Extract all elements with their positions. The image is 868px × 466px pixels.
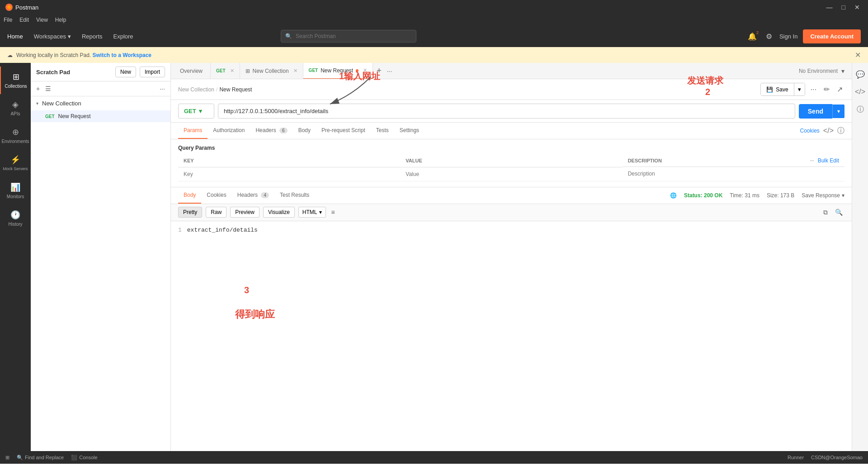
banner-cloud-icon: ☁ [7,52,13,58]
menu-view[interactable]: View [36,17,48,23]
save-response-btn[interactable]: Save Response ▾ [802,192,844,199]
format-preview-btn[interactable]: Preview [230,207,259,218]
maximize-btn[interactable]: □ [839,3,848,12]
info-btn[interactable]: ⓘ [837,126,844,136]
env-dropdown-btn[interactable]: ▾ [841,67,844,75]
create-account-btn[interactable]: Create Account [803,29,861,43]
menu-help[interactable]: Help [55,17,66,23]
bulk-edit-btn[interactable]: Bulk Edit [818,157,839,164]
sidebar-item-environments[interactable]: ⊕ Environments [0,122,31,149]
sign-in-btn[interactable]: Sign In [779,33,797,40]
add-collection-btn[interactable]: + [34,83,42,94]
req-tab-authorization[interactable]: Authorization [208,123,250,139]
copy-resp-btn[interactable]: ⧉ [821,207,830,218]
sidebar-panel: Scratch Pad New Import + ☰ ··· ▾ New Col… [31,63,171,451]
req-tab-settings[interactable]: Settings [394,123,425,139]
code-gen-btn[interactable]: </> [853,84,867,100]
new-btn[interactable]: New [115,67,136,77]
find-replace-btn[interactable]: 🔍 Find and Replace [17,455,64,461]
close-btn[interactable]: ✕ [852,3,863,12]
resp-tab-headers[interactable]: Headers 4 [232,187,274,204]
save-btn[interactable]: 💾 Save [761,84,793,95]
send-btn[interactable]: Send [799,104,832,119]
menu-bar: File Edit View Help [0,14,868,25]
info-sidebar-btn[interactable]: ⓘ [855,101,866,118]
edit-btn[interactable]: ✏ [822,83,831,95]
more-options-btn2[interactable]: ··· [809,84,818,95]
import-btn[interactable]: Import [140,67,165,77]
req-tab-params[interactable]: Params [178,123,208,139]
value-input[interactable] [406,171,617,177]
req-tab-pre-request[interactable]: Pre-request Script [316,123,371,139]
sidebar-item-mock-servers[interactable]: ⚡ Mock Servers [0,149,31,177]
more-options-btn[interactable]: ··· [158,83,167,94]
nav-home[interactable]: Home [7,31,23,42]
tab-req-close[interactable]: ✕ [363,67,367,73]
sidebar-item-collections[interactable]: ⊞ Collections [0,67,31,94]
cookies-link[interactable]: Cookies [800,128,820,134]
filter-btn[interactable]: ☰ [43,83,53,94]
resp-status-bar: 🌐 Status: 200 OK Time: 31 ms Size: 173 B… [670,192,844,199]
code-btn[interactable]: </> [823,127,834,135]
tab-overview[interactable]: Overview [175,63,211,79]
params-section-title: Query Params [178,145,844,151]
send-dropdown-btn[interactable]: ▾ [832,105,844,118]
apis-icon: ◈ [12,100,19,109]
tab-get[interactable]: GET ✕ [211,63,240,79]
save-dropdown-btn[interactable]: ▾ [794,83,805,95]
runner-btn[interactable]: Runner [788,455,804,460]
param-row [178,167,844,181]
minimize-btn[interactable]: — [824,3,835,12]
headers-badge: 6 [279,128,288,133]
params-table: KEY VALUE DESCRIPTION ··· Bulk Edit [178,155,844,181]
format-pretty-btn[interactable]: Pretty [178,207,202,218]
window-controls[interactable]: — □ ✕ [824,3,863,12]
resp-tab-body[interactable]: Body [178,187,201,204]
tab-get-close[interactable]: ✕ [230,68,234,74]
banner-close-btn[interactable]: ✕ [855,51,861,59]
sidebar-label-monitors: Monitors [7,194,24,199]
req-tab-headers[interactable]: Headers 6 [250,123,292,139]
nav-workspaces[interactable]: Workspaces ▾ [34,31,71,42]
bottom-sidebar-toggle[interactable]: ⊞ [5,455,9,461]
filter-resp-btn[interactable]: ≡ [330,207,337,218]
resp-tab-test-results[interactable]: Test Results [274,187,315,204]
tab-new-collection[interactable]: ⊞ New Collection ✕ [240,63,303,79]
more-tabs-btn[interactable]: ··· [385,66,394,76]
req-tab-body[interactable]: Body [293,123,316,139]
settings-icon-btn[interactable]: ⚙ [764,30,774,43]
resp-tab-cookies[interactable]: Cookies [201,187,231,204]
menu-file[interactable]: File [4,17,12,23]
col-key: KEY [178,155,400,167]
key-input[interactable] [184,171,395,177]
banner-link[interactable]: Switch to a Workspace [93,52,151,58]
format-raw-btn[interactable]: Raw [206,207,226,218]
menu-edit[interactable]: Edit [19,17,29,23]
search-input[interactable] [281,30,416,43]
collection-item[interactable]: ▾ New Collection [31,96,170,110]
method-select[interactable]: GET ▾ [178,104,214,119]
sidebar-item-apis[interactable]: ◈ APIs [0,94,31,122]
share-btn[interactable]: ↗ [835,83,844,95]
req-tab-tests[interactable]: Tests [371,123,394,139]
comments-btn[interactable]: 💬 [854,67,867,82]
format-visualize-btn[interactable]: Visualize [263,207,295,218]
panel-actions: New Import [115,67,165,77]
tab-new-request[interactable]: GET New Request ✕ [303,63,373,79]
banner-message: Working locally in Scratch Pad. Switch t… [16,52,151,58]
format-type-select[interactable]: HTML ▾ [298,207,326,218]
new-request-item[interactable]: GET New Request [31,110,170,122]
url-input[interactable] [218,104,795,119]
add-tab-btn[interactable]: + [375,64,383,77]
nav-left: Home Workspaces ▾ Reports Explore [7,31,133,42]
console-btn[interactable]: ⬛ Console [71,455,97,461]
tab-collection-close[interactable]: ✕ [293,68,297,74]
nav-explore[interactable]: Explore [113,31,133,42]
nav-reports[interactable]: Reports [82,31,103,42]
nav-right: 🔔2 ⚙ Sign In Create Account [746,29,861,43]
sidebar-item-monitors[interactable]: 📊 Monitors [0,177,31,204]
sidebar-item-history[interactable]: 🕐 History [0,204,31,232]
bell-icon-btn[interactable]: 🔔2 [746,30,759,43]
description-input[interactable] [628,171,839,177]
search-resp-btn[interactable]: 🔍 [833,207,844,218]
